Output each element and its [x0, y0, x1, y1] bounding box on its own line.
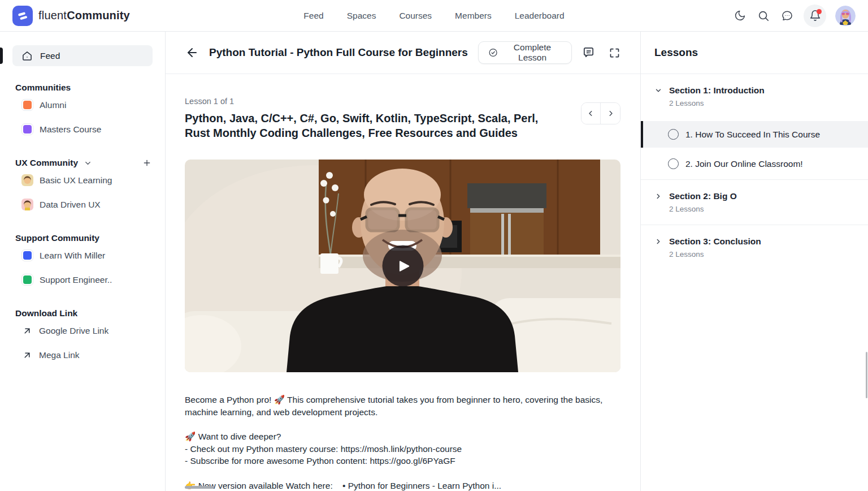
lessons-panel: Lessons Section 1: Introduction 2 Lesson… — [640, 32, 868, 491]
sidebar-item-masters-course[interactable]: Masters Course — [0, 117, 165, 141]
section-title: Section 2: Big O — [669, 191, 737, 201]
section-title: Support Community — [15, 233, 99, 243]
space-color-swatch — [21, 249, 33, 261]
fluent-community-logo-icon — [12, 6, 33, 26]
brand-name: fluentCommunity — [38, 9, 130, 22]
space-color-swatch — [21, 274, 33, 286]
fullscreen-icon[interactable] — [609, 47, 620, 59]
section-2-header[interactable]: Section 2: Big O 2 Lessons — [641, 180, 868, 222]
active-page-indicator — [0, 48, 3, 64]
nav-members[interactable]: Members — [455, 11, 492, 21]
lesson-item-label: 1. How To Succeed In This Course — [685, 130, 820, 140]
external-link-icon — [21, 350, 33, 360]
section-lesson-count: 2 Lessons — [669, 205, 737, 213]
section-lesson-count: 2 Lessons — [669, 250, 761, 259]
lessons-panel-title: Lessons — [641, 32, 868, 74]
section-title: Download Link — [15, 308, 77, 318]
space-color-swatch — [21, 123, 33, 135]
sidebar-item-label: Mega Link — [39, 350, 80, 360]
space-color-swatch — [21, 99, 33, 111]
check-circle-icon — [488, 47, 498, 58]
sidebar-section-support-community: Support Community — [0, 233, 165, 243]
main-content: Python Tutorial - Python Full Course for… — [166, 32, 640, 491]
section-title: Section 1: Introduction — [669, 85, 765, 95]
lesson-title: Python, Java, C/C++, C#, Go, Swift, Kotl… — [185, 111, 551, 140]
space-avatar — [21, 199, 33, 210]
space-avatar — [21, 174, 33, 186]
chevron-down-icon — [654, 87, 662, 107]
lesson-item-1[interactable]: 1. How To Succeed In This Course — [641, 121, 868, 148]
sidebar-item-support-engineer[interactable]: Support Engineer.. — [0, 268, 165, 292]
sidebar-item-mega-link[interactable]: Mega Link — [0, 343, 165, 367]
section-title: Communities — [15, 83, 71, 93]
bell-icon[interactable] — [804, 5, 826, 27]
back-arrow-icon[interactable] — [185, 46, 199, 59]
sidebar-item-label: Learn With Miller — [40, 251, 105, 261]
description-line: - Check out my Python mastery course: ht… — [185, 443, 620, 455]
sidebar-item-google-drive-link[interactable]: Google Drive Link — [0, 318, 165, 343]
nav-courses[interactable]: Courses — [399, 11, 432, 21]
previous-lesson-button[interactable] — [581, 103, 601, 124]
external-link-icon — [21, 326, 33, 336]
section-title: Section 3: Conclusion — [669, 236, 761, 246]
complete-lesson-label: Complete Lesson — [503, 42, 562, 63]
lesson-pager — [581, 102, 620, 124]
sidebar-section-download-link: Download Link — [0, 308, 165, 318]
sidebar-item-label: Google Drive Link — [39, 326, 108, 336]
avatar[interactable] — [835, 6, 856, 26]
topbar-actions — [732, 5, 856, 27]
section-title: UX Community — [15, 158, 78, 168]
chat-icon[interactable] — [780, 8, 795, 23]
sidebar-item-alumni[interactable]: Alumni — [0, 93, 165, 117]
search-icon[interactable] — [756, 8, 771, 23]
lesson-progress-meta: Lesson 1 of 1 — [185, 97, 551, 106]
sidebar-item-basic-ux-learning[interactable]: Basic UX Learning — [0, 168, 165, 192]
sidebar-section-ux-community[interactable]: UX Community — [0, 158, 165, 168]
vertical-scrollbar-thumb[interactable] — [866, 352, 867, 398]
description-line: - Subscribe for more awesome Python cont… — [185, 455, 620, 467]
lesson-status-circle — [668, 129, 679, 140]
top-navigation: Feed Spaces Courses Members Leaderboard — [303, 0, 564, 32]
notification-badge — [817, 9, 822, 14]
topbar: fluentCommunity Feed Spaces Courses Memb… — [0, 0, 868, 32]
description-line: 🚀 Want to dive deeper? — [185, 430, 620, 443]
lesson-item-label: 2. Join Our Online Classroom! — [685, 159, 803, 169]
horizontal-scrollbar-thumb[interactable] — [185, 486, 214, 489]
sidebar-section-communities: Communities — [0, 83, 165, 93]
description-line: Become a Python pro! 🚀 This comprehensiv… — [185, 394, 620, 418]
lesson-status-circle — [668, 158, 679, 169]
left-sidebar: Feed Communities Alumni Masters Course U… — [0, 32, 166, 491]
sidebar-item-label: Feed — [40, 51, 60, 61]
sidebar-item-label: Masters Course — [40, 124, 101, 135]
sidebar-item-label: Alumni — [40, 100, 66, 110]
section-lesson-count: 2 Lessons — [669, 99, 765, 107]
sidebar-item-label: Data Driven UX — [40, 200, 101, 210]
section-3-header[interactable]: Section 3: Conclusion 2 Lessons — [641, 225, 868, 268]
chevron-down-icon[interactable] — [84, 159, 92, 167]
lesson-description: Become a Python pro! 🚀 This comprehensiv… — [185, 394, 620, 491]
comments-icon[interactable] — [582, 46, 595, 59]
section-1-header[interactable]: Section 1: Introduction 2 Lessons — [641, 74, 868, 117]
sidebar-item-learn-with-miller[interactable]: Learn With Miller — [0, 243, 165, 268]
nav-leaderboard[interactable]: Leaderboard — [515, 11, 565, 21]
lesson-item-2[interactable]: 2. Join Our Online Classroom! — [641, 150, 868, 177]
home-icon — [21, 50, 33, 62]
video-player[interactable] — [185, 160, 620, 372]
play-button[interactable] — [382, 246, 423, 287]
brand-logo[interactable]: fluentCommunity — [12, 6, 130, 26]
add-space-icon[interactable] — [142, 158, 151, 167]
sidebar-item-label: Basic UX Learning — [40, 175, 112, 186]
course-title: Python Tutorial - Python Full Course for… — [209, 46, 468, 59]
complete-lesson-button[interactable]: Complete Lesson — [478, 41, 572, 64]
sidebar-item-label: Support Engineer.. — [40, 275, 112, 285]
sidebar-item-data-driven-ux[interactable]: Data Driven UX — [0, 192, 165, 217]
nav-spaces[interactable]: Spaces — [347, 11, 376, 21]
description-line: 👉 New version available Watch here: • Py… — [185, 480, 620, 491]
nav-feed[interactable]: Feed — [303, 11, 323, 21]
sidebar-item-feed[interactable]: Feed — [12, 45, 153, 66]
moon-icon[interactable] — [732, 8, 747, 23]
chevron-right-icon — [654, 238, 662, 259]
next-lesson-button[interactable] — [601, 103, 620, 124]
chevron-right-icon — [654, 192, 662, 213]
lesson-header: Python Tutorial - Python Full Course for… — [166, 32, 640, 74]
